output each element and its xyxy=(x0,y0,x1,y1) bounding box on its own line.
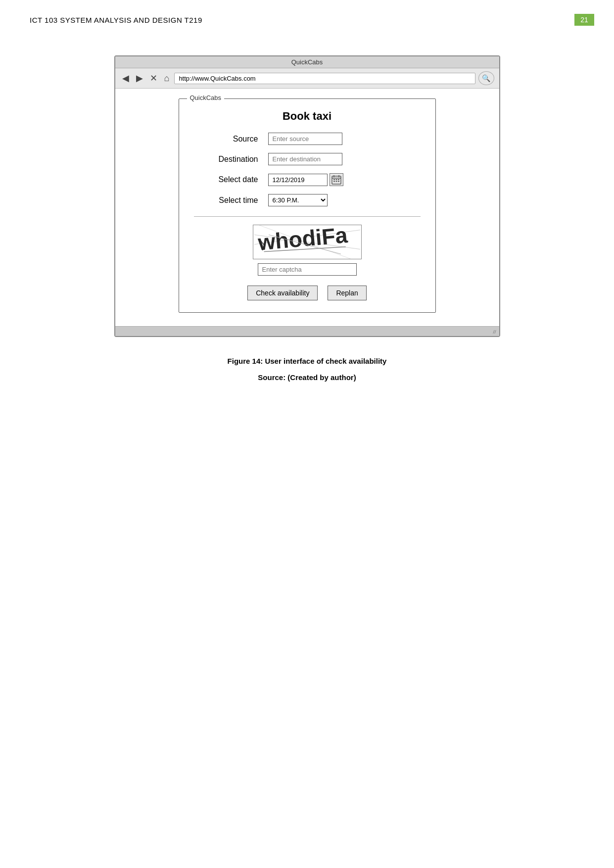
main-content: QuickCabs ◀ ▶ ✕ ⌂ 🔍 QuickCabs Book taxi … xyxy=(0,36,614,401)
form-row-date: Select date xyxy=(194,173,421,186)
browser-titlebar: QuickCabs xyxy=(115,56,499,68)
calendar-svg xyxy=(331,175,341,185)
page-header: ICT 103 SYSTEM ANALYSIS AND DESIGN T219 … xyxy=(0,0,614,36)
browser-statusbar: // xyxy=(115,326,499,336)
captcha-input[interactable] xyxy=(258,263,357,276)
form-row-source: Source xyxy=(194,133,421,145)
svg-rect-6 xyxy=(338,179,339,180)
date-row xyxy=(268,173,343,186)
svg-rect-5 xyxy=(335,179,337,180)
forward-button[interactable]: ▶ xyxy=(134,73,145,84)
svg-rect-7 xyxy=(333,181,335,182)
search-button[interactable]: 🔍 xyxy=(478,71,494,85)
svg-rect-4 xyxy=(333,179,335,180)
close-button[interactable]: ✕ xyxy=(148,73,159,84)
captcha-image: whodiFa 〉 xyxy=(253,225,362,259)
date-label: Select date xyxy=(194,175,258,184)
date-input[interactable] xyxy=(268,174,328,186)
captcha-area: whodiFa 〉 xyxy=(194,225,421,276)
time-select[interactable]: 6:30 P.M. 7:00 P.M. 7:30 P.M. xyxy=(268,194,328,206)
back-button[interactable]: ◀ xyxy=(120,73,131,84)
browser-title: QuickCabs xyxy=(291,58,323,66)
source-label: Source xyxy=(194,135,258,144)
time-label: Select time xyxy=(194,196,258,205)
source-input[interactable] xyxy=(268,133,342,145)
browser-body: QuickCabs Book taxi Source Destination S… xyxy=(115,89,499,326)
destination-input[interactable] xyxy=(268,153,342,165)
statusbar-icon: // xyxy=(493,329,496,335)
destination-label: Destination xyxy=(194,155,258,164)
quickcabs-section: QuickCabs Book taxi Source Destination S… xyxy=(179,98,436,313)
form-divider xyxy=(194,216,421,217)
section-legend: QuickCabs xyxy=(187,94,225,101)
captcha-svg: whodiFa 〉 xyxy=(253,225,361,259)
form-title: Book taxi xyxy=(194,110,421,123)
figure-caption: Figure 14: User interface of check avail… xyxy=(228,357,387,365)
figure-source: Source: (Created by author) xyxy=(258,373,356,382)
calendar-icon[interactable] xyxy=(330,173,343,186)
check-availability-button[interactable]: Check availability xyxy=(247,286,318,300)
svg-rect-9 xyxy=(338,181,339,182)
browser-toolbar: ◀ ▶ ✕ ⌂ 🔍 xyxy=(115,68,499,89)
search-icon: 🔍 xyxy=(482,74,490,82)
browser-window: QuickCabs ◀ ▶ ✕ ⌂ 🔍 QuickCabs Book taxi … xyxy=(114,55,500,337)
form-row-destination: Destination xyxy=(194,153,421,165)
svg-rect-8 xyxy=(335,181,337,182)
form-row-time: Select time 6:30 P.M. 7:00 P.M. 7:30 P.M… xyxy=(194,194,421,206)
buttons-row: Check availability Replan xyxy=(194,286,421,300)
page-number-badge: 21 xyxy=(574,14,594,26)
address-bar[interactable] xyxy=(174,73,475,84)
replan-button[interactable]: Replan xyxy=(328,286,366,300)
page-title: ICT 103 SYSTEM ANALYSIS AND DESIGN T219 xyxy=(30,16,202,24)
home-button[interactable]: ⌂ xyxy=(162,73,172,84)
svg-text:whodiFa: whodiFa xyxy=(256,225,349,255)
